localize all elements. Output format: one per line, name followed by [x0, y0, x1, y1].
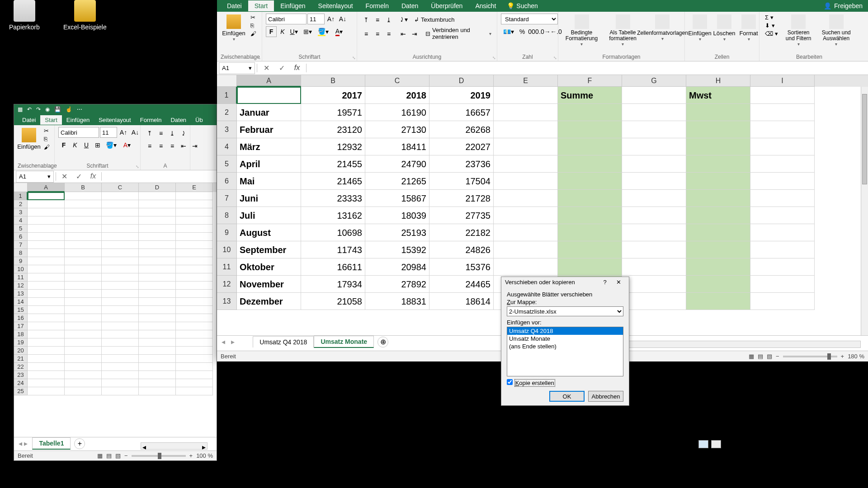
cell[interactable]: 18039	[365, 207, 429, 224]
cut-button[interactable]: ✂	[249, 14, 258, 21]
cell[interactable]	[750, 190, 815, 207]
align-left-icon[interactable]: ≡	[361, 28, 372, 39]
cell[interactable]: Mwst	[686, 87, 750, 104]
cell[interactable]	[622, 276, 686, 293]
more-icon[interactable]: ⋯	[77, 106, 82, 113]
cell[interactable]	[139, 241, 176, 249]
cell[interactable]	[102, 338, 139, 347]
cell[interactable]: 2019	[429, 87, 494, 104]
list-item[interactable]: (ans Ende stellen)	[507, 343, 623, 350]
cell[interactable]: April	[237, 155, 301, 173]
cell[interactable]	[139, 330, 176, 338]
cell[interactable]	[139, 355, 176, 363]
zoom-out-icon[interactable]: −	[124, 452, 128, 459]
cell[interactable]	[176, 265, 213, 273]
cell[interactable]	[494, 258, 558, 276]
cell[interactable]: Februar	[237, 121, 301, 138]
sheet-nav[interactable]: ◂ ▸	[217, 338, 239, 346]
cell[interactable]	[139, 306, 176, 314]
cell[interactable]	[750, 104, 815, 121]
cell[interactable]	[139, 233, 176, 241]
cell[interactable]	[28, 257, 65, 265]
copy-button[interactable]: ⎘	[42, 135, 52, 143]
italic-button[interactable]: K	[70, 140, 80, 150]
find-select-button[interactable]: Suchen und Auswählen	[817, 14, 855, 47]
cell[interactable]	[176, 208, 213, 216]
cell[interactable]	[102, 298, 139, 306]
cell[interactable]	[750, 138, 815, 155]
cell[interactable]	[139, 363, 176, 371]
cell[interactable]: Juni	[237, 190, 301, 207]
row-header[interactable]: 18	[14, 330, 28, 338]
format-painter-button[interactable]: 🖌	[42, 143, 52, 151]
cell[interactable]	[686, 224, 750, 241]
delete-cells-button[interactable]: Löschen	[713, 14, 736, 42]
dialog-launcher-icon[interactable]: ⤡	[492, 56, 496, 60]
cell[interactable]: 11743	[301, 241, 365, 258]
list-item[interactable]: Umsatz Q4 2018	[507, 327, 623, 335]
cell[interactable]	[65, 249, 102, 257]
cell[interactable]	[28, 233, 65, 241]
cell[interactable]	[622, 224, 686, 241]
merge-button[interactable]: ⊟Verbinden und zentrieren	[424, 26, 493, 41]
clear-button[interactable]: ⌫▾	[763, 30, 780, 38]
cell[interactable]: Oktober	[237, 258, 301, 276]
cell[interactable]	[28, 314, 65, 322]
cell[interactable]	[494, 155, 558, 173]
bold-button[interactable]: F	[58, 140, 69, 150]
cell[interactable]	[139, 249, 176, 257]
list-item[interactable]: Umsatz Monate	[507, 335, 623, 343]
cell[interactable]: 27735	[429, 207, 494, 224]
align-middle-icon[interactable]: ≡	[372, 14, 383, 25]
cell[interactable]: 16190	[365, 104, 429, 121]
cell[interactable]: 21728	[429, 190, 494, 207]
copy-checkbox-row[interactable]: Kopie erstellen	[507, 379, 623, 386]
cell[interactable]	[176, 298, 213, 306]
name-box[interactable]: A1▾	[219, 62, 255, 74]
cell[interactable]	[28, 379, 65, 387]
fill-color-button[interactable]: 🪣▾	[316, 26, 331, 37]
row-header[interactable]: 3	[217, 121, 237, 138]
row-header[interactable]: 12	[217, 276, 237, 293]
cell[interactable]: 20984	[365, 258, 429, 276]
font-color-button[interactable]: A▾	[119, 140, 135, 150]
grid[interactable]: ABCDE 1234567891011121314151617181920212…	[14, 183, 217, 436]
cell[interactable]	[494, 207, 558, 224]
font-size-select[interactable]	[307, 14, 325, 24]
cell[interactable]	[139, 347, 176, 355]
column-header[interactable]: C	[102, 183, 139, 192]
cell[interactable]	[176, 322, 213, 330]
dialog-launcher-icon[interactable]: ⤡	[50, 164, 53, 169]
view-icon[interactable]	[711, 440, 721, 448]
row-header[interactable]: 17	[14, 322, 28, 330]
cell[interactable]	[686, 121, 750, 138]
row-header[interactable]: 21	[14, 355, 28, 363]
cancel-button[interactable]: Abbrechen	[588, 391, 623, 402]
cell[interactable]	[139, 298, 176, 306]
column-header[interactable]: E	[176, 183, 213, 192]
row-header[interactable]: 20	[14, 347, 28, 355]
cell[interactable]	[686, 138, 750, 155]
row-header[interactable]: 6	[14, 233, 28, 241]
tab-daten[interactable]: Daten	[166, 115, 191, 125]
cell[interactable]: 18411	[365, 138, 429, 155]
decrease-font-icon[interactable]: A↓	[337, 14, 348, 24]
cell[interactable]: 2018	[365, 87, 429, 104]
cell[interactable]	[750, 155, 815, 173]
cell[interactable]: 22182	[429, 224, 494, 241]
align-middle-icon[interactable]: ≡	[156, 128, 166, 139]
tab-einfuegen[interactable]: Einfügen	[62, 115, 94, 125]
row-header[interactable]: 12	[14, 282, 28, 290]
cell[interactable]	[558, 224, 622, 241]
tab-ueberpruefen[interactable]: Überprüfen	[425, 0, 469, 11]
cell[interactable]	[65, 225, 102, 233]
cell[interactable]	[139, 282, 176, 290]
cell[interactable]	[28, 216, 65, 225]
help-button[interactable]: ?	[598, 279, 612, 286]
cell[interactable]	[28, 306, 65, 314]
cell[interactable]	[28, 200, 65, 208]
add-sheet-button[interactable]: +	[74, 438, 85, 449]
cell[interactable]	[176, 192, 213, 200]
tab-einfuegen[interactable]: Einfügen	[274, 0, 311, 11]
cell[interactable]: 21465	[301, 173, 365, 190]
